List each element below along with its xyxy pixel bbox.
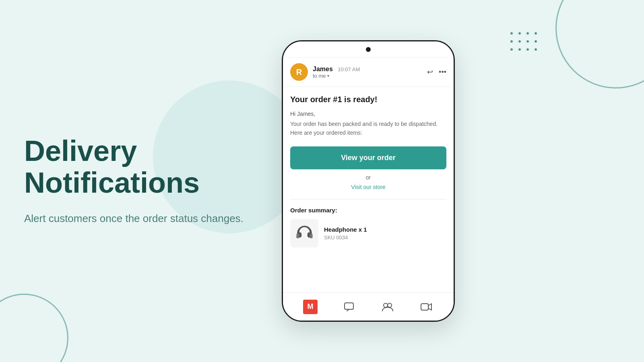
view-order-button[interactable]: View your order xyxy=(290,146,446,169)
send-time: 10:07 AM xyxy=(338,66,360,72)
left-content: Delivery Notifications Alert customers o… xyxy=(24,135,244,226)
svg-rect-5 xyxy=(421,304,428,310)
item-name: Headphone x 1 xyxy=(324,226,446,233)
svg-point-3 xyxy=(384,303,388,307)
chat-icon[interactable] xyxy=(342,300,356,314)
contacts-icon[interactable] xyxy=(380,300,395,314)
email-actions: ↩ ••• xyxy=(427,68,446,76)
svg-rect-2 xyxy=(345,303,353,309)
phone-mockup: R James 10:07 AM to me ▾ ↩ ••• Your orde… xyxy=(282,40,455,322)
bg-circle-top-right xyxy=(555,0,644,88)
gmail-app-icon[interactable]: M xyxy=(303,300,318,314)
item-info: Headphone x 1 SKU 0034 xyxy=(324,226,446,241)
svg-point-4 xyxy=(388,303,392,307)
email-body: Your order #1 is ready! Hi James, Your o… xyxy=(283,87,454,314)
sender-info: James 10:07 AM to me ▾ xyxy=(313,66,427,79)
headphone-image xyxy=(290,219,318,247)
reply-icon[interactable]: ↩ xyxy=(427,68,433,76)
bg-circle-bottom-left xyxy=(0,294,68,362)
visit-store-link[interactable]: Visit our store xyxy=(290,184,446,190)
more-icon[interactable]: ••• xyxy=(439,68,446,76)
sender-name: James xyxy=(313,66,333,72)
svg-rect-0 xyxy=(296,234,299,239)
dots-grid xyxy=(510,32,539,53)
sender-name-row: James 10:07 AM xyxy=(313,66,427,73)
to-me-label: to me ▾ xyxy=(313,73,427,79)
video-icon[interactable] xyxy=(419,300,433,314)
email-greeting: Hi James, xyxy=(290,111,446,117)
gmail-icon: M xyxy=(303,300,318,314)
or-divider-text: or xyxy=(290,174,446,181)
phone-bottom-bar: M xyxy=(283,292,454,321)
order-summary-title: Order summary: xyxy=(290,207,446,214)
page-title: Delivery Notifications xyxy=(24,135,244,199)
phone-frame: R James 10:07 AM to me ▾ ↩ ••• Your orde… xyxy=(282,40,455,322)
phone-camera xyxy=(366,47,371,52)
sender-avatar: R xyxy=(290,63,308,81)
email-divider xyxy=(290,199,446,200)
email-header: R James 10:07 AM to me ▾ ↩ ••• xyxy=(283,58,454,87)
email-subject: Your order #1 is ready! xyxy=(290,95,446,104)
headphone-icon xyxy=(293,222,316,244)
svg-rect-1 xyxy=(310,234,312,239)
chevron-down-icon: ▾ xyxy=(327,74,329,78)
phone-top-bar xyxy=(283,41,454,58)
order-item: Headphone x 1 SKU 0034 xyxy=(290,219,446,247)
item-sku: SKU 0034 xyxy=(324,234,446,241)
page-subtitle: Alert customers once the order status ch… xyxy=(24,211,244,227)
email-body-text: Your order has been packed and is ready … xyxy=(290,119,446,138)
